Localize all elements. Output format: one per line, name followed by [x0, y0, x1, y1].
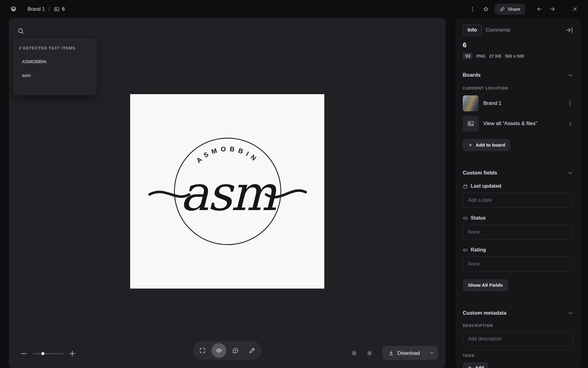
file-format: PNG — [476, 54, 485, 59]
zoom-out-icon[interactable] — [20, 350, 28, 358]
close-icon — [572, 6, 578, 12]
show-all-fields-button[interactable]: Show All Fields — [463, 279, 508, 291]
plus-icon — [468, 143, 473, 148]
chevron-down-icon — [567, 170, 573, 176]
chevron-down-icon — [567, 310, 573, 316]
tab-comments[interactable]: Comments — [482, 25, 514, 35]
boards-section-header[interactable]: Boards — [463, 72, 573, 78]
add-comment-button[interactable] — [228, 343, 243, 358]
boards-title: Boards — [463, 72, 481, 78]
star-icon — [483, 6, 489, 12]
tags-label: TAGS — [463, 354, 573, 358]
view-all-assets-row[interactable]: View all “Assets & files” — [463, 116, 573, 132]
field-label-row: Last updated — [463, 183, 573, 189]
rating-input[interactable] — [463, 256, 573, 272]
tab-info[interactable]: Info — [463, 24, 482, 36]
gear-icon — [366, 350, 373, 356]
asset-title: 6 — [463, 41, 573, 49]
arrow-left-icon — [536, 6, 543, 12]
field-label: Status — [471, 215, 486, 221]
field-status: Status — [463, 215, 573, 240]
chevron-right-icon — [567, 121, 573, 127]
version-badge[interactable]: V2 — [463, 53, 473, 59]
last-updated-input[interactable] — [463, 193, 573, 208]
boards-section: Boards CURRENT LOCATION Brand 1 View all… — [463, 72, 573, 151]
link-icon — [499, 6, 505, 12]
download-options-button[interactable] — [426, 346, 438, 360]
add-tag-label: Add — [475, 365, 484, 368]
logo-artwork: ASMOBBIN asm — [130, 94, 324, 289]
logo-arc-text: ASMOBBIN — [195, 145, 260, 164]
info-sidebar: Info Comments 6 V2 PNG 27 KB 500 x 500 B… — [455, 18, 581, 368]
previous-asset-button[interactable] — [533, 3, 545, 15]
topbar: Brand 1 / 6 — [0, 0, 588, 18]
sidebar-tabs: Info Comments — [463, 24, 573, 36]
favorite-button[interactable] — [480, 3, 492, 15]
zoom-in-icon[interactable] — [68, 350, 76, 358]
download-button[interactable]: Download — [383, 346, 425, 360]
detected-text-header: 2 DETECTED TEXT ITEMS — [19, 46, 91, 50]
download-icon — [388, 350, 394, 356]
asset-meta-row: V2 PNG 27 KB 500 x 500 — [463, 53, 573, 59]
custom-metadata-title: Custom metadata — [463, 310, 507, 316]
chevron-down-icon — [567, 72, 573, 78]
download-split-button: Download — [383, 346, 438, 360]
preview-visibility-button[interactable] — [212, 343, 226, 358]
board-options-icon[interactable] — [567, 100, 573, 107]
zoom-slider-track — [33, 353, 63, 354]
chevron-down-icon — [429, 351, 434, 355]
share-button[interactable]: Share — [495, 4, 525, 15]
custom-metadata-header[interactable]: Custom metadata — [463, 310, 573, 316]
field-label: Rating — [471, 247, 486, 253]
board-row-brand1[interactable]: Brand 1 — [463, 95, 573, 111]
add-to-board-button[interactable]: Add to board — [463, 139, 510, 151]
status-input[interactable] — [463, 224, 573, 240]
brightness-button[interactable] — [348, 347, 360, 359]
zoom-slider-handle[interactable] — [41, 352, 44, 355]
more-options-button[interactable] — [467, 3, 478, 15]
fit-screen-icon — [199, 347, 206, 354]
select-field-icon — [463, 247, 468, 253]
search-icon[interactable] — [17, 27, 24, 35]
close-wrap — [569, 3, 581, 15]
select-field-icon — [463, 216, 468, 221]
add-to-board-label: Add to board — [476, 142, 505, 148]
viewer-settings-button[interactable] — [364, 347, 376, 359]
close-viewer-button[interactable] — [569, 3, 581, 15]
app-logo-button[interactable] — [7, 3, 20, 15]
description-label: DESCRIPTION — [463, 324, 573, 328]
detected-text-item[interactable]: asm — [19, 73, 91, 78]
current-location-label: CURRENT LOCATION — [463, 86, 573, 90]
zoom-slider[interactable] — [33, 351, 63, 356]
sun-icon — [351, 350, 357, 356]
asset-image[interactable]: ASMOBBIN asm — [130, 94, 324, 289]
add-tag-button[interactable]: Add — [463, 362, 488, 368]
custom-fields-title: Custom fields — [463, 170, 497, 176]
assets-tile — [463, 116, 479, 132]
topbar-actions: Share — [467, 3, 581, 15]
field-label-row: Status — [463, 215, 573, 221]
breadcrumb-current[interactable]: 6 — [54, 6, 65, 12]
arrow-right-icon — [549, 6, 556, 12]
board-name: Brand 1 — [483, 100, 502, 106]
file-dimensions: 500 x 500 — [505, 54, 524, 59]
custom-fields-section: Custom fields Last updated — [463, 162, 573, 291]
next-asset-button[interactable] — [546, 3, 558, 15]
detected-text-item[interactable]: ASMOBBIN — [19, 59, 91, 64]
detected-text-panel: 2 DETECTED TEXT ITEMS ASMOBBIN asm — [13, 38, 97, 95]
annotate-button[interactable] — [245, 343, 259, 358]
collapse-panel-icon[interactable] — [565, 26, 573, 34]
breadcrumb-parent[interactable]: Brand 1 — [28, 6, 45, 12]
layers-logo-icon — [10, 6, 17, 13]
share-label: Share — [508, 6, 520, 12]
custom-fields-header[interactable]: Custom fields — [463, 170, 573, 176]
field-label: Last updated — [471, 183, 501, 189]
download-label: Download — [398, 350, 420, 356]
image-icon — [467, 120, 474, 127]
logo-script-text: asm — [180, 165, 277, 221]
fit-to-screen-button[interactable] — [195, 343, 210, 358]
description-input[interactable] — [463, 332, 573, 346]
comment-add-icon — [232, 347, 239, 354]
svg-text:ASMOBBIN: ASMOBBIN — [195, 145, 260, 164]
kebab-menu-icon — [469, 6, 476, 12]
